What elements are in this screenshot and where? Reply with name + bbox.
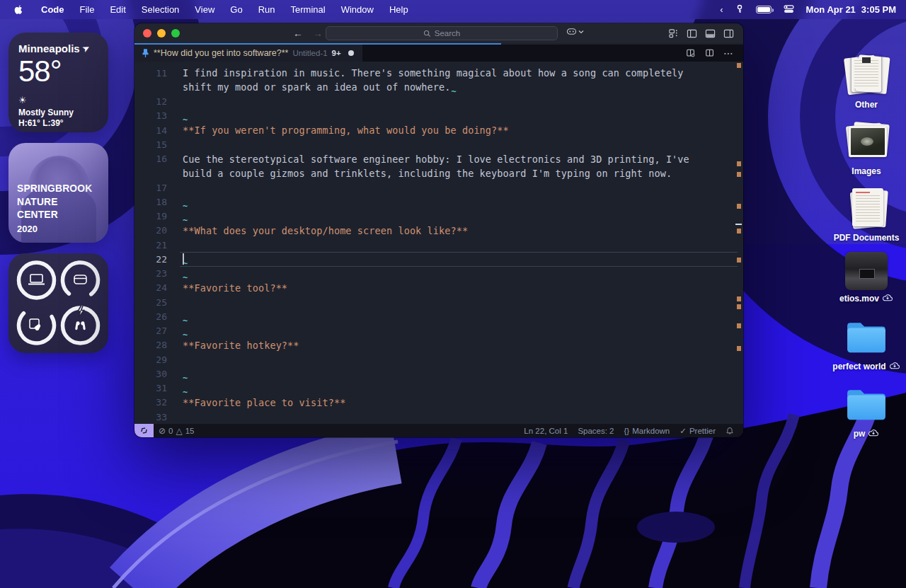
- back-button[interactable]: ←: [293, 28, 303, 39]
- desktop-icon-images[interactable]: Images: [832, 120, 900, 176]
- editor-line-32[interactable]: 32**Favorite place to visit?**: [134, 396, 743, 410]
- menu-item-help[interactable]: Help: [382, 4, 416, 15]
- window-titlebar[interactable]: ← → Search: [134, 23, 743, 43]
- editor-line-29[interactable]: 29: [134, 352, 743, 367]
- menu-item-file[interactable]: File: [72, 4, 103, 15]
- line-number: 22: [134, 254, 167, 265]
- editor-line-25[interactable]: 25: [134, 295, 743, 309]
- cursor-position-status[interactable]: Ln 22, Col 1: [519, 427, 573, 435]
- menu-item-go[interactable]: Go: [222, 4, 250, 15]
- line-number: 11: [134, 68, 167, 79]
- desktop-icon-pdf-documents[interactable]: PDF Documents: [832, 187, 900, 243]
- desktop-icon-perfect-world[interactable]: perfect world: [832, 320, 900, 371]
- editor-line-27[interactable]: 27~: [134, 324, 743, 338]
- folder-icon: [844, 320, 888, 358]
- battery-icon[interactable]: [756, 6, 772, 13]
- close-button[interactable]: [143, 29, 151, 38]
- remote-indicator[interactable]: [134, 424, 154, 437]
- editor-line-26[interactable]: 26~: [134, 309, 743, 323]
- status-bar: ⊘ 0 △ 15 Ln 22, Col 1 Spaces: 2 {} Markd…: [134, 424, 743, 437]
- batteries-widget[interactable]: [8, 253, 108, 353]
- split-editor-icon[interactable]: [704, 47, 716, 59]
- menu-item-run[interactable]: Run: [251, 4, 283, 15]
- weather-condition: Mostly Sunny: [18, 108, 98, 117]
- toggle-primary-sidebar-icon[interactable]: [686, 28, 698, 40]
- editor-line-30[interactable]: 30~: [134, 367, 743, 381]
- menu-item-code[interactable]: Code: [33, 4, 72, 15]
- ruler-warning-mark: [737, 229, 741, 234]
- toggle-secondary-sidebar-icon[interactable]: [723, 28, 735, 40]
- key-icon[interactable]: [735, 4, 744, 16]
- more-actions-icon[interactable]: ⋯: [723, 47, 735, 59]
- editor-line-19[interactable]: 19~: [134, 209, 743, 224]
- icon-label: PDF Documents: [834, 233, 900, 243]
- editor-line-14[interactable]: 14**If you weren't programming, what wou…: [134, 123, 743, 137]
- weather-city: Minneapolis: [18, 42, 80, 54]
- icloud-download-icon: [868, 429, 879, 437]
- desktop-icon-etios-mov[interactable]: etios.mov: [832, 252, 900, 304]
- editor-line-28[interactable]: 28**Favorite hotkey?**: [134, 338, 743, 352]
- tab-untitled-1[interactable]: **How did you get into software?** Untit…: [134, 45, 362, 62]
- notifications-bell[interactable]: [721, 427, 739, 435]
- formatter-status[interactable]: ✓ Prettier: [675, 426, 721, 436]
- line-number: 18: [134, 197, 167, 207]
- current-line-highlight: [180, 252, 738, 266]
- desktop-icon-pw[interactable]: pw: [832, 387, 900, 439]
- editor-line-17[interactable]: 17: [134, 180, 743, 195]
- desktop-icon-other[interactable]: Other: [832, 54, 900, 110]
- battery-ring-trackpad: [16, 304, 57, 350]
- line-number: 27: [134, 325, 167, 336]
- language-mode-status[interactable]: {} Markdown: [619, 427, 675, 435]
- editor-line-16[interactable]: 16Cue the stereotypical software enginee…: [134, 152, 743, 166]
- editor-line-20[interactable]: 20**What does your desktop/home screen l…: [134, 224, 743, 238]
- icon-label: etios.mov: [839, 294, 893, 304]
- split-editor-changes-icon[interactable]: [684, 47, 696, 59]
- editor-wrap-line[interactable]: shift my mood or spark an idea out of no…: [134, 80, 743, 94]
- control-center-icon[interactable]: [784, 4, 794, 16]
- photos-widget[interactable]: SPRINGBROOK NATURE CENTER 2020: [8, 143, 108, 243]
- chevron-collapse-icon[interactable]: ‹: [720, 4, 723, 15]
- forward-button[interactable]: →: [313, 28, 323, 39]
- editor-line-23[interactable]: 23~: [134, 267, 743, 281]
- editor-line-12[interactable]: 12: [134, 95, 743, 109]
- zoom-button[interactable]: [171, 29, 180, 38]
- customize-layout-icon[interactable]: [667, 28, 680, 40]
- editor-line-22[interactable]: 22~: [134, 252, 743, 266]
- trailing-whitespace-squiggle: ~: [183, 217, 188, 224]
- problems-status[interactable]: ⊘ 0 △ 15: [154, 426, 200, 436]
- toggle-panel-icon[interactable]: [704, 28, 716, 40]
- minimize-button[interactable]: [157, 29, 166, 38]
- icloud-download-icon: [889, 362, 900, 369]
- editor[interactable]: 11I find inspiration in music. There's s…: [134, 62, 743, 424]
- weather-widget[interactable]: Minneapolis ➤ 58° ☀ Mostly Sunny H:61° L…: [8, 33, 108, 132]
- apple-menu-icon[interactable]: [14, 4, 23, 15]
- editor-line-21[interactable]: 21: [134, 238, 743, 252]
- editor-line-15[interactable]: 15: [134, 137, 743, 151]
- editor-line-33[interactable]: 33: [134, 410, 743, 424]
- line-number: 21: [134, 240, 167, 250]
- editor-line-31[interactable]: 31~: [134, 381, 743, 396]
- copilot-icon[interactable]: [566, 27, 584, 36]
- command-center-search[interactable]: Search: [326, 26, 558, 40]
- check-icon: ✓: [680, 426, 687, 436]
- editor-line-11[interactable]: 11I find inspiration in music. There's s…: [134, 66, 743, 80]
- menu-item-view[interactable]: View: [187, 4, 222, 15]
- photo-title-line2: NATURE CENTER: [17, 195, 58, 221]
- editor-line-24[interactable]: 24**Favorite tool?**: [134, 281, 743, 295]
- code-text: I find inspiration in music. There's som…: [183, 67, 684, 79]
- menu-item-edit[interactable]: Edit: [102, 4, 133, 15]
- menu-item-selection[interactable]: Selection: [134, 4, 187, 15]
- bell-icon: [726, 427, 734, 435]
- menu-item-window[interactable]: Window: [333, 4, 382, 15]
- editor-line-13[interactable]: 13~: [134, 109, 743, 123]
- weather-temp: 58°: [18, 54, 98, 88]
- editor-line-18[interactable]: 18~: [134, 195, 743, 209]
- tab-title: **How did you get into software?**: [154, 48, 288, 58]
- menu-item-terminal[interactable]: Terminal: [283, 4, 333, 15]
- menu-clock[interactable]: Mon Apr 21 3:05 PM: [806, 4, 896, 15]
- line-number: 26: [134, 311, 167, 322]
- video-icon: [845, 252, 888, 290]
- editor-wrap-line[interactable]: build a couple gizmos and trinklets, inc…: [134, 166, 743, 180]
- indentation-status[interactable]: Spaces: 2: [573, 427, 619, 435]
- code-text: shift my mood or spark an idea out of no…: [183, 81, 450, 93]
